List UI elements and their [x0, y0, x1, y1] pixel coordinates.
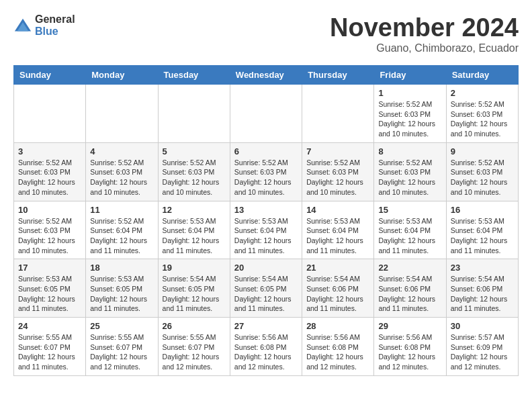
day-number: 17: [18, 263, 81, 273]
day-info: Sunrise: 5:52 AM Sunset: 6:03 PM Dayligh…: [90, 158, 153, 197]
table-row: 21Sunrise: 5:54 AM Sunset: 6:06 PM Dayli…: [302, 259, 374, 318]
table-row: 20Sunrise: 5:54 AM Sunset: 6:05 PM Dayli…: [230, 259, 302, 318]
table-row: 2Sunrise: 5:52 AM Sunset: 6:03 PM Daylig…: [446, 85, 518, 143]
day-number: 22: [378, 263, 441, 273]
day-number: 3: [18, 146, 81, 156]
day-info: Sunrise: 5:52 AM Sunset: 6:03 PM Dayligh…: [18, 158, 81, 197]
table-row: 5Sunrise: 5:52 AM Sunset: 6:03 PM Daylig…: [158, 142, 230, 201]
day-number: 25: [90, 321, 153, 331]
day-number: 28: [306, 321, 369, 331]
logo-text: General Blue: [35, 13, 75, 37]
day-info: Sunrise: 5:52 AM Sunset: 6:03 PM Dayligh…: [378, 158, 441, 197]
day-number: 26: [163, 321, 226, 331]
table-row: 14Sunrise: 5:53 AM Sunset: 6:04 PM Dayli…: [302, 201, 374, 259]
day-number: 10: [18, 205, 81, 215]
table-row: 27Sunrise: 5:56 AM Sunset: 6:08 PM Dayli…: [230, 318, 302, 376]
day-info: Sunrise: 5:52 AM Sunset: 6:03 PM Dayligh…: [18, 216, 81, 256]
location-title: Guano, Chimborazo, Ecuador: [330, 42, 519, 54]
day-info: Sunrise: 5:52 AM Sunset: 6:03 PM Dayligh…: [163, 158, 226, 197]
day-info: Sunrise: 5:52 AM Sunset: 6:03 PM Dayligh…: [234, 158, 298, 197]
table-row: [14, 85, 86, 143]
day-number: 30: [451, 321, 514, 331]
day-number: 12: [163, 205, 226, 215]
table-row: 25Sunrise: 5:55 AM Sunset: 6:07 PM Dayli…: [86, 318, 158, 376]
day-info: Sunrise: 5:53 AM Sunset: 6:04 PM Dayligh…: [163, 216, 226, 256]
day-info: Sunrise: 5:55 AM Sunset: 6:07 PM Dayligh…: [163, 332, 226, 372]
table-row: 3Sunrise: 5:52 AM Sunset: 6:03 PM Daylig…: [14, 142, 86, 201]
title-section: November 2024 Guano, Chimborazo, Ecuador: [330, 13, 519, 54]
table-row: [230, 85, 302, 143]
day-info: Sunrise: 5:56 AM Sunset: 6:08 PM Dayligh…: [306, 332, 369, 372]
header-friday: Friday: [374, 66, 446, 85]
table-row: 7Sunrise: 5:52 AM Sunset: 6:03 PM Daylig…: [302, 142, 374, 201]
table-row: 12Sunrise: 5:53 AM Sunset: 6:04 PM Dayli…: [158, 201, 230, 259]
table-row: 1Sunrise: 5:52 AM Sunset: 6:03 PM Daylig…: [374, 85, 446, 143]
table-row: 17Sunrise: 5:53 AM Sunset: 6:05 PM Dayli…: [14, 259, 86, 318]
calendar-week-row: 10Sunrise: 5:52 AM Sunset: 6:03 PM Dayli…: [14, 201, 519, 259]
table-row: 28Sunrise: 5:56 AM Sunset: 6:08 PM Dayli…: [302, 318, 374, 376]
day-info: Sunrise: 5:54 AM Sunset: 6:06 PM Dayligh…: [378, 274, 441, 314]
day-info: Sunrise: 5:53 AM Sunset: 6:05 PM Dayligh…: [18, 274, 81, 314]
day-number: 7: [306, 146, 369, 156]
table-row: 10Sunrise: 5:52 AM Sunset: 6:03 PM Dayli…: [14, 201, 86, 259]
header-wednesday: Wednesday: [230, 66, 302, 85]
table-row: 29Sunrise: 5:56 AM Sunset: 6:08 PM Dayli…: [374, 318, 446, 376]
table-row: 11Sunrise: 5:52 AM Sunset: 6:04 PM Dayli…: [86, 201, 158, 259]
calendar-week-row: 3Sunrise: 5:52 AM Sunset: 6:03 PM Daylig…: [14, 142, 519, 201]
table-row: 6Sunrise: 5:52 AM Sunset: 6:03 PM Daylig…: [230, 142, 302, 201]
day-info: Sunrise: 5:54 AM Sunset: 6:05 PM Dayligh…: [163, 274, 226, 314]
day-info: Sunrise: 5:52 AM Sunset: 6:03 PM Dayligh…: [451, 99, 514, 139]
table-row: [302, 85, 374, 143]
day-info: Sunrise: 5:54 AM Sunset: 6:05 PM Dayligh…: [234, 274, 298, 314]
header-monday: Monday: [86, 66, 158, 85]
day-info: Sunrise: 5:54 AM Sunset: 6:06 PM Dayligh…: [306, 274, 369, 314]
header-saturday: Saturday: [446, 66, 518, 85]
logo: General Blue: [13, 13, 75, 37]
day-number: 11: [90, 205, 153, 215]
calendar-week-row: 24Sunrise: 5:55 AM Sunset: 6:07 PM Dayli…: [14, 318, 519, 376]
day-info: Sunrise: 5:56 AM Sunset: 6:08 PM Dayligh…: [234, 332, 298, 372]
table-row: 23Sunrise: 5:54 AM Sunset: 6:06 PM Dayli…: [446, 259, 518, 318]
day-number: 15: [378, 205, 441, 215]
day-number: 8: [378, 146, 441, 156]
day-info: Sunrise: 5:54 AM Sunset: 6:06 PM Dayligh…: [451, 274, 514, 314]
table-row: 30Sunrise: 5:57 AM Sunset: 6:09 PM Dayli…: [446, 318, 518, 376]
day-number: 13: [234, 205, 298, 215]
day-number: 5: [163, 146, 226, 156]
table-row: 8Sunrise: 5:52 AM Sunset: 6:03 PM Daylig…: [374, 142, 446, 201]
table-row: [86, 85, 158, 143]
month-title: November 2024: [330, 13, 519, 42]
table-row: 18Sunrise: 5:53 AM Sunset: 6:05 PM Dayli…: [86, 259, 158, 318]
day-number: 20: [234, 263, 298, 273]
table-row: 15Sunrise: 5:53 AM Sunset: 6:04 PM Dayli…: [374, 201, 446, 259]
day-number: 18: [90, 263, 153, 273]
table-row: 19Sunrise: 5:54 AM Sunset: 6:05 PM Dayli…: [158, 259, 230, 318]
day-info: Sunrise: 5:52 AM Sunset: 6:03 PM Dayligh…: [306, 158, 369, 197]
day-info: Sunrise: 5:53 AM Sunset: 6:04 PM Dayligh…: [378, 216, 441, 256]
table-row: 24Sunrise: 5:55 AM Sunset: 6:07 PM Dayli…: [14, 318, 86, 376]
table-row: 22Sunrise: 5:54 AM Sunset: 6:06 PM Dayli…: [374, 259, 446, 318]
day-info: Sunrise: 5:53 AM Sunset: 6:04 PM Dayligh…: [306, 216, 369, 256]
day-number: 16: [451, 205, 514, 215]
calendar-table: Sunday Monday Tuesday Wednesday Thursday…: [13, 65, 519, 376]
day-number: 6: [234, 146, 298, 156]
day-info: Sunrise: 5:55 AM Sunset: 6:07 PM Dayligh…: [18, 332, 81, 372]
header-tuesday: Tuesday: [158, 66, 230, 85]
day-number: 2: [451, 88, 514, 98]
table-row: 16Sunrise: 5:53 AM Sunset: 6:04 PM Dayli…: [446, 201, 518, 259]
day-number: 23: [451, 263, 514, 273]
table-row: [158, 85, 230, 143]
logo-icon: [13, 16, 32, 35]
day-number: 27: [234, 321, 298, 331]
day-info: Sunrise: 5:55 AM Sunset: 6:07 PM Dayligh…: [90, 332, 153, 372]
table-row: 9Sunrise: 5:52 AM Sunset: 6:03 PM Daylig…: [446, 142, 518, 201]
day-info: Sunrise: 5:52 AM Sunset: 6:03 PM Dayligh…: [451, 158, 514, 197]
day-number: 9: [451, 146, 514, 156]
day-number: 24: [18, 321, 81, 331]
header-sunday: Sunday: [14, 66, 86, 85]
table-row: 13Sunrise: 5:53 AM Sunset: 6:04 PM Dayli…: [230, 201, 302, 259]
day-info: Sunrise: 5:53 AM Sunset: 6:05 PM Dayligh…: [90, 274, 153, 314]
day-info: Sunrise: 5:53 AM Sunset: 6:04 PM Dayligh…: [451, 216, 514, 256]
calendar-header-row: Sunday Monday Tuesday Wednesday Thursday…: [14, 66, 519, 85]
day-number: 14: [306, 205, 369, 215]
